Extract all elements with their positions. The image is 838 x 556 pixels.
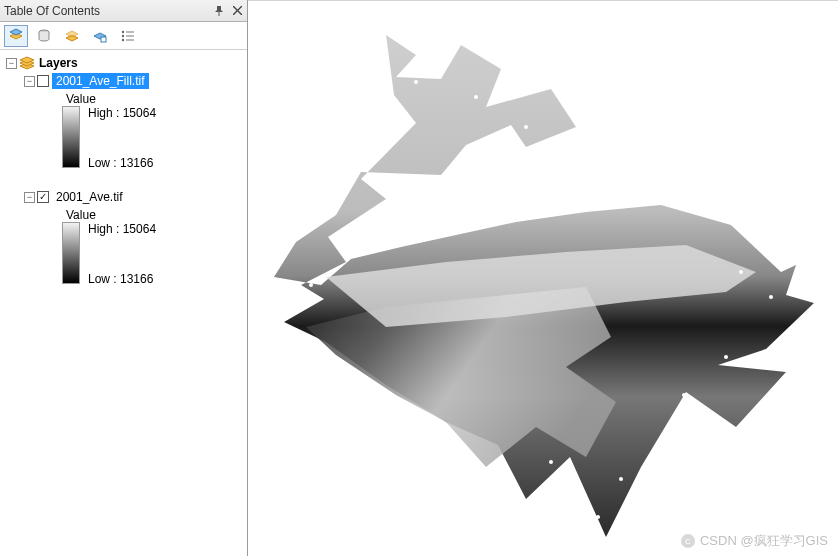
svg-rect-3 [126, 31, 134, 33]
layer-visibility-checkbox[interactable] [37, 75, 49, 87]
layer-name[interactable]: 2001_Ave.tif [52, 189, 127, 205]
layer-row[interactable]: − 2001_Ave_Fill.tif [24, 72, 241, 90]
symbology-ramp: High : 15064 Low : 13166 [62, 222, 241, 286]
watermark: C CSDN @疯狂学习GIS [680, 532, 828, 550]
svg-point-19 [596, 515, 600, 519]
high-value-label: High : 15064 [88, 222, 156, 236]
svg-point-21 [509, 480, 513, 484]
value-label: Value [66, 206, 241, 222]
expander-icon[interactable]: − [24, 76, 35, 87]
csdn-logo-icon: C [680, 533, 696, 549]
layers-root-label: Layers [39, 56, 78, 70]
layer-name[interactable]: 2001_Ave_Fill.tif [52, 73, 149, 89]
list-by-selection-button[interactable] [88, 25, 112, 47]
high-value-label: High : 15064 [88, 106, 156, 120]
watermark-text: CSDN @疯狂学习GIS [700, 532, 828, 550]
toc-toolbar [0, 22, 247, 50]
svg-rect-5 [126, 35, 134, 37]
pin-icon[interactable] [213, 5, 225, 17]
svg-point-10 [474, 95, 478, 99]
svg-point-4 [122, 34, 124, 36]
close-icon[interactable] [231, 5, 243, 17]
options-button[interactable] [116, 25, 140, 47]
svg-point-15 [769, 295, 773, 299]
svg-point-20 [549, 460, 553, 464]
layers-root-row[interactable]: − Layers [6, 54, 241, 72]
svg-rect-7 [126, 39, 134, 41]
svg-text:C: C [685, 537, 691, 546]
svg-point-18 [619, 477, 623, 481]
svg-point-2 [122, 30, 124, 32]
svg-point-9 [414, 80, 418, 84]
svg-point-8 [379, 55, 383, 59]
expander-icon[interactable]: − [6, 58, 17, 69]
layer-visibility-checkbox[interactable] [37, 191, 49, 203]
svg-rect-1 [101, 37, 106, 42]
svg-point-17 [682, 393, 686, 397]
list-by-visibility-button[interactable] [60, 25, 84, 47]
raster-layer-display [266, 27, 826, 547]
expander-icon[interactable]: − [24, 192, 35, 203]
toc-title: Table Of Contents [4, 4, 213, 18]
svg-point-16 [724, 355, 728, 359]
svg-point-12 [349, 250, 353, 254]
svg-point-14 [739, 270, 743, 274]
svg-point-13 [309, 283, 313, 287]
toc-header: Table Of Contents [0, 0, 247, 22]
grayscale-ramp-icon [62, 222, 80, 284]
low-value-label: Low : 13166 [88, 272, 156, 286]
list-by-drawing-order-button[interactable] [4, 25, 28, 47]
map-view[interactable] [248, 0, 838, 556]
layer-tree: − Layers − 2001_Ave_Fill.tif Value High … [0, 50, 247, 556]
grayscale-ramp-icon [62, 106, 80, 168]
svg-point-11 [524, 125, 528, 129]
layer-row[interactable]: − 2001_Ave.tif [24, 188, 241, 206]
value-label: Value [66, 90, 241, 106]
table-of-contents-panel: Table Of Contents − [0, 0, 248, 556]
low-value-label: Low : 13166 [88, 156, 156, 170]
svg-point-6 [122, 38, 124, 40]
layers-group-icon [19, 56, 35, 70]
symbology-ramp: High : 15064 Low : 13166 [62, 106, 241, 170]
list-by-source-button[interactable] [32, 25, 56, 47]
